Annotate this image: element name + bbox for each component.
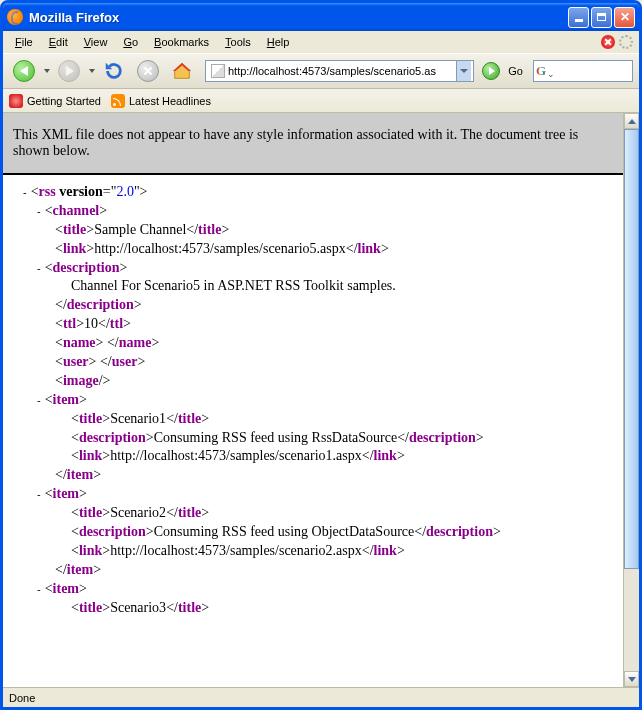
browser-window: Mozilla Firefox ✕ File Edit View Go Book… bbox=[0, 0, 642, 710]
bookmark-latest-headlines[interactable]: Latest Headlines bbox=[111, 94, 211, 108]
scroll-up-button[interactable] bbox=[624, 113, 639, 129]
close-button[interactable]: ✕ bbox=[614, 7, 635, 28]
channel-title: Sample Channel bbox=[94, 222, 186, 237]
viewport[interactable]: This XML file does not appear to have an… bbox=[3, 113, 623, 687]
search-input[interactable] bbox=[555, 65, 615, 77]
content-area: This XML file does not appear to have an… bbox=[3, 113, 639, 687]
menubar: File Edit View Go Bookmarks Tools Help bbox=[3, 31, 639, 53]
window-title: Mozilla Firefox bbox=[29, 10, 568, 25]
xml-tree: -<rss version="2.0"> -<channel> <title>S… bbox=[3, 175, 623, 625]
url-bar[interactable] bbox=[205, 60, 474, 82]
forward-history-dropdown[interactable] bbox=[88, 69, 95, 73]
forward-button[interactable] bbox=[54, 58, 84, 84]
item-description: Consuming RSS feed using ObjectDataSourc… bbox=[154, 524, 415, 539]
menu-bookmarks[interactable]: Bookmarks bbox=[148, 34, 215, 50]
search-box[interactable]: G⌄ bbox=[533, 60, 633, 82]
expander[interactable]: - bbox=[23, 186, 27, 198]
expander[interactable]: - bbox=[37, 583, 41, 595]
nav-toolbar: Go G⌄ bbox=[3, 53, 639, 89]
item-title: Scenario2 bbox=[110, 505, 166, 520]
scroll-down-button[interactable] bbox=[624, 671, 639, 687]
bookmark-label: Latest Headlines bbox=[129, 95, 211, 107]
adblock-icon[interactable] bbox=[601, 35, 615, 49]
go-label: Go bbox=[508, 65, 523, 77]
channel-description: Channel For Scenario5 in ASP.NET RSS Too… bbox=[71, 278, 396, 293]
expander[interactable]: - bbox=[37, 394, 41, 406]
firefox-icon bbox=[7, 9, 23, 25]
item-link: http://localhost:4573/samples/scenario2.… bbox=[110, 543, 362, 558]
stop-button[interactable] bbox=[133, 58, 163, 84]
bookmark-icon bbox=[9, 94, 23, 108]
bookmark-label: Getting Started bbox=[27, 95, 101, 107]
back-button[interactable] bbox=[9, 58, 39, 84]
expander[interactable]: - bbox=[37, 205, 41, 217]
search-engine-dropdown[interactable]: ⌄ bbox=[547, 69, 555, 79]
titlebar[interactable]: Mozilla Firefox ✕ bbox=[3, 3, 639, 31]
item-link: http://localhost:4573/samples/scenario1.… bbox=[110, 448, 362, 463]
bookmark-getting-started[interactable]: Getting Started bbox=[9, 94, 101, 108]
throbber-icon bbox=[619, 35, 633, 49]
google-icon[interactable]: G bbox=[536, 63, 546, 79]
reload-button[interactable] bbox=[99, 58, 129, 84]
go-button[interactable] bbox=[482, 62, 500, 80]
item-title: Scenario3 bbox=[110, 600, 166, 615]
menu-help[interactable]: Help bbox=[261, 34, 296, 50]
url-input[interactable] bbox=[228, 65, 456, 77]
back-history-dropdown[interactable] bbox=[43, 69, 50, 73]
xml-notice: This XML file does not appear to have an… bbox=[3, 113, 623, 175]
menu-go[interactable]: Go bbox=[117, 34, 144, 50]
bookmarks-toolbar: Getting Started Latest Headlines bbox=[3, 89, 639, 113]
expander[interactable]: - bbox=[37, 488, 41, 500]
home-button[interactable] bbox=[167, 58, 197, 84]
url-dropdown[interactable] bbox=[456, 61, 471, 81]
scroll-thumb[interactable] bbox=[624, 129, 639, 569]
menu-tools[interactable]: Tools bbox=[219, 34, 257, 50]
item-title: Scenario1 bbox=[110, 411, 166, 426]
menu-edit[interactable]: Edit bbox=[43, 34, 74, 50]
item-description: Consuming RSS feed using RssDataSource bbox=[154, 430, 397, 445]
channel-ttl: 10 bbox=[84, 316, 98, 331]
menu-view[interactable]: View bbox=[78, 34, 114, 50]
menu-file[interactable]: File bbox=[9, 34, 39, 50]
rss-icon bbox=[111, 94, 125, 108]
page-icon bbox=[211, 64, 225, 78]
minimize-button[interactable] bbox=[568, 7, 589, 28]
statusbar: Done bbox=[3, 687, 639, 707]
status-text: Done bbox=[9, 692, 35, 704]
expander[interactable]: - bbox=[37, 262, 41, 274]
maximize-button[interactable] bbox=[591, 7, 612, 28]
vertical-scrollbar[interactable] bbox=[623, 113, 639, 687]
rss-version: 2.0 bbox=[116, 184, 134, 199]
channel-link: http://localhost:4573/samples/scenario5.… bbox=[94, 241, 346, 256]
